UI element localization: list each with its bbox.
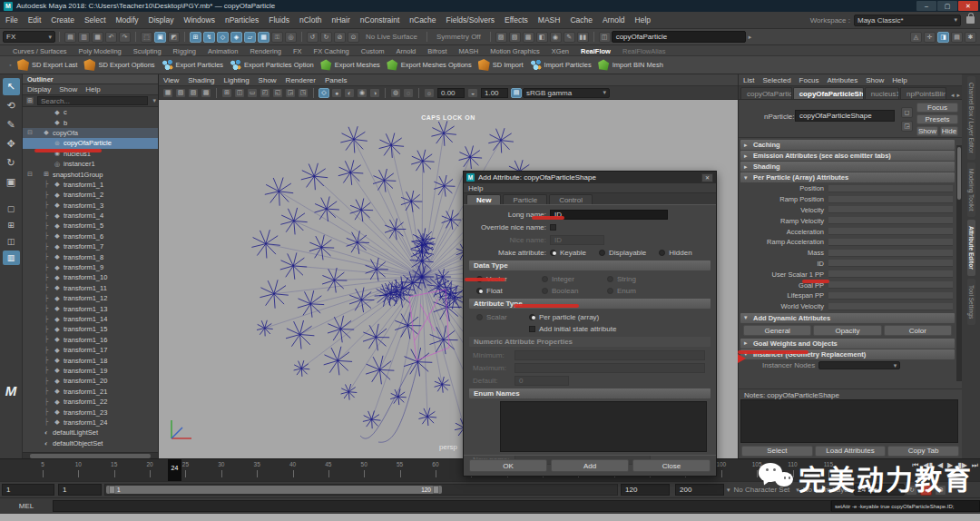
viewport-menu-item[interactable]: Shading: [188, 76, 214, 84]
image-plane-icon[interactable]: ▩: [201, 88, 211, 98]
sidebar-tab[interactable]: Tool Settings: [967, 279, 975, 325]
attribute-editor-tab[interactable]: npPointsBlinn: [900, 87, 946, 99]
outliner-item[interactable]: ├ ◆ transform1_15: [23, 324, 158, 334]
attribute-field[interactable]: [828, 250, 953, 257]
ipr-render-icon[interactable]: ▧: [509, 32, 521, 43]
menu-item[interactable]: nConstraint: [360, 15, 399, 25]
paint-select-tool[interactable]: ✎: [3, 116, 20, 133]
render-icon[interactable]: ▨: [495, 32, 507, 43]
bookmark-icon[interactable]: ▨: [188, 88, 199, 98]
menu-item[interactable]: Effects: [505, 15, 528, 25]
menu-item[interactable]: File: [5, 15, 18, 25]
select-button[interactable]: Select: [741, 446, 813, 457]
override-nice-name-checkbox[interactable]: [550, 224, 556, 231]
add-button[interactable]: Add: [551, 459, 629, 472]
outliner-item[interactable]: ├ ◆ transform1_20: [23, 376, 158, 386]
view-transform-dropdown[interactable]: sRGB gamma▾: [523, 88, 610, 98]
shelf-tab[interactable]: RealFlow: [581, 47, 611, 55]
presets-button[interactable]: Presets: [916, 114, 958, 124]
shadows-icon[interactable]: ◑: [369, 88, 380, 98]
viewport-menu-item[interactable]: Panels: [325, 76, 347, 84]
instancer-nodes-dropdown[interactable]: ▾: [818, 361, 900, 369]
shelf-tab[interactable]: Sculpting: [133, 47, 162, 55]
shelf-button[interactable]: SD Import: [478, 59, 524, 71]
viewport-menu-item[interactable]: Lighting: [224, 76, 250, 84]
boolean-radio[interactable]: [542, 288, 548, 294]
sidebar-tab[interactable]: Modeling Toolkit: [967, 162, 975, 218]
exposure-field[interactable]: 0.00: [437, 88, 465, 98]
attribute-editor-menu-item[interactable]: Help: [892, 76, 906, 84]
attribute-field[interactable]: [828, 270, 953, 278]
menu-item[interactable]: nCache: [409, 15, 436, 25]
playback-end-field[interactable]: 120: [621, 484, 670, 496]
close-button[interactable]: ✕: [958, 1, 978, 11]
outliner-item[interactable]: ├ ◆ transform1_7: [23, 241, 158, 251]
outliner-item[interactable]: ⊛ copyOfaParticle: [23, 138, 158, 148]
select-component-icon[interactable]: ◩: [168, 32, 180, 43]
tab-particle[interactable]: Particle: [503, 194, 547, 204]
grid-toggle-icon[interactable]: ⊞: [221, 88, 232, 98]
outliner-item[interactable]: ├ ◆ transform1_1: [23, 180, 158, 190]
range-slider-track[interactable]: 1 120: [104, 484, 618, 496]
load-attributes-button[interactable]: Load Attributes: [815, 446, 887, 457]
outliner-item[interactable]: ├ ◆ transform1_17: [23, 345, 158, 355]
snap-plane-icon[interactable]: ◈: [230, 32, 242, 43]
layout-two-pane[interactable]: ◫: [3, 234, 20, 249]
outliner-item[interactable]: ├ ◆ transform1_2: [23, 190, 158, 200]
layout-four-pane[interactable]: ⊞: [3, 218, 20, 232]
menu-item[interactable]: Fluids: [269, 15, 289, 25]
attribute-editor-menu-item[interactable]: Show: [866, 76, 884, 84]
menu-item[interactable]: MASH: [538, 15, 561, 25]
menu-item[interactable]: Select: [84, 15, 106, 25]
outliner-item[interactable]: ├ ◆ transform1_23: [23, 407, 158, 417]
tab-scroll-left-icon[interactable]: ◂: [951, 92, 955, 99]
outliner-item[interactable]: ├ ◆ transform1_11: [23, 283, 158, 293]
save-scene-icon[interactable]: ▦: [92, 32, 103, 43]
outliner-item[interactable]: ├ ◆ transform1_14: [23, 314, 158, 324]
redo-icon[interactable]: ↷: [119, 32, 131, 43]
attribute-editor-menu-item[interactable]: Selected: [762, 76, 790, 84]
texture-icon[interactable]: ◧: [536, 32, 548, 43]
show-button[interactable]: Show: [916, 126, 938, 136]
initial-state-checkbox[interactable]: [529, 326, 535, 332]
hidden-radio[interactable]: [659, 250, 665, 256]
attribute-field[interactable]: [828, 239, 953, 246]
symmetry-label[interactable]: Symmetry Off: [436, 33, 481, 41]
outliner-item[interactable]: ├ ◆ transform1_3: [23, 201, 158, 211]
section-emission[interactable]: Emission Attributes (see also emitter ta…: [740, 151, 955, 161]
outliner-toggle-icon[interactable]: ▤: [951, 32, 963, 43]
outliner-item[interactable]: ◐ defaultLightSet: [23, 428, 158, 437]
playback-start-field[interactable]: 1: [58, 484, 102, 496]
history-icon[interactable]: ↺: [307, 32, 318, 43]
keyable-radio[interactable]: [550, 250, 556, 256]
close-button[interactable]: Close: [632, 459, 710, 472]
outliner-item[interactable]: ├ ◆ transform1_10: [23, 272, 158, 282]
range-start-handle[interactable]: [109, 486, 115, 494]
outliner-item[interactable]: ├ ◆ transform1_13: [23, 303, 158, 313]
shelf-tab[interactable]: Curves / Surfaces: [13, 47, 67, 55]
per-particle-radio[interactable]: [529, 314, 535, 320]
lock-selection-icon[interactable]: ⚿: [271, 32, 283, 43]
viewport-menu-item[interactable]: View: [163, 76, 179, 84]
outliner-item[interactable]: ◆ c: [23, 107, 158, 117]
pin-icon[interactable]: ◻: [901, 107, 913, 118]
attribute-editor-menu-item[interactable]: Attributes: [827, 76, 858, 84]
quick-select-input[interactable]: copyOfaParticle: [612, 31, 746, 43]
outliner-item[interactable]: ◐ defaultObjectSet: [23, 438, 158, 448]
menu-item[interactable]: nHair: [332, 15, 350, 25]
outliner-menu-item[interactable]: Display: [27, 85, 51, 93]
gamma-icon[interactable]: ◒: [467, 88, 478, 98]
outliner-search-input[interactable]: Search...: [37, 96, 148, 105]
outliner-item[interactable]: ├ ◆ transform1_21: [23, 387, 158, 397]
shelf-tab[interactable]: FX: [293, 47, 302, 55]
outliner-item[interactable]: ◎ instancer1: [23, 159, 158, 169]
open-scene-icon[interactable]: ▥: [78, 32, 90, 43]
shelf-button[interactable]: SD Export Options: [83, 59, 154, 71]
menu-item[interactable]: Cache: [570, 15, 593, 25]
undo-icon[interactable]: ↶: [105, 32, 117, 43]
section-add-dynamic[interactable]: Add Dynamic Attributes: [740, 313, 955, 323]
shelf-tab[interactable]: MASH: [459, 47, 479, 55]
ok-button[interactable]: OK: [469, 459, 547, 472]
outliner-item[interactable]: ├ ◆ transform1_6: [23, 231, 158, 241]
outliner-item[interactable]: ◆ b: [23, 117, 158, 127]
